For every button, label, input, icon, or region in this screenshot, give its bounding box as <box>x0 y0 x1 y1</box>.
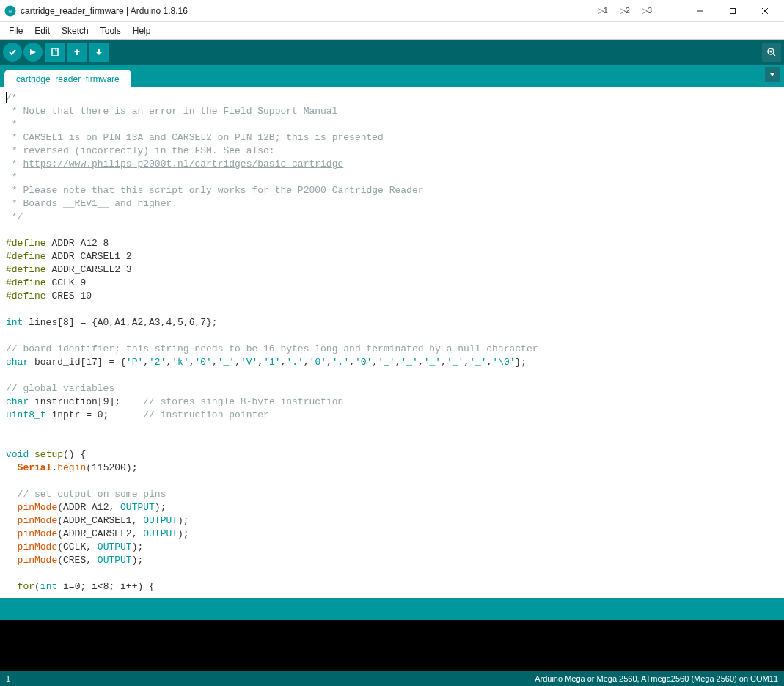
svg-marker-8 <box>74 49 80 55</box>
svg-rect-3 <box>730 8 736 13</box>
footer-bar: 1 Arduino Mega or Mega 2560, ATmega2560 … <box>0 671 784 686</box>
svg-marker-6 <box>30 49 36 55</box>
save-sketch-button[interactable] <box>89 43 109 62</box>
menu-file[interactable]: File <box>3 23 29 38</box>
serial-monitor-button[interactable] <box>762 43 781 62</box>
minimize-button[interactable] <box>684 1 717 21</box>
debug-3-icon[interactable]: ▷3 <box>639 4 655 17</box>
close-button[interactable] <box>749 1 781 21</box>
editor-area: /* * Note that there is an error in the … <box>0 87 784 598</box>
output-console[interactable] <box>0 620 784 671</box>
upload-button[interactable] <box>23 43 43 62</box>
verify-button[interactable] <box>3 43 22 62</box>
open-sketch-button[interactable] <box>67 43 87 62</box>
board-info: Arduino Mega or Mega 2560, ATmega2560 (M… <box>535 674 778 683</box>
tab-label: cartridge_reader_firmware <box>16 74 120 84</box>
menu-help[interactable]: Help <box>127 23 157 38</box>
svg-line-11 <box>773 54 775 56</box>
toolbar <box>0 40 784 65</box>
title-bar: ∞ cartridge_reader_firmware | Arduino 1.… <box>0 0 784 22</box>
debug-1-icon[interactable]: ▷1 <box>595 4 611 17</box>
text-caret <box>6 92 7 103</box>
tab-sketch[interactable]: cartridge_reader_firmware <box>4 70 131 89</box>
debug-icons: ▷1 ▷2 ▷3 <box>595 4 655 17</box>
status-bar <box>0 598 784 620</box>
menu-sketch[interactable]: Sketch <box>56 23 95 38</box>
new-sketch-button[interactable] <box>45 43 65 62</box>
svg-rect-7 <box>52 48 58 56</box>
svg-text:∞: ∞ <box>9 9 12 14</box>
svg-marker-9 <box>96 49 102 55</box>
menu-tools[interactable]: Tools <box>95 23 127 38</box>
line-number: 1 <box>6 674 535 683</box>
arduino-logo-icon: ∞ <box>4 5 16 17</box>
menu-edit[interactable]: Edit <box>29 23 56 38</box>
tab-menu-button[interactable] <box>765 67 780 82</box>
svg-point-12 <box>770 51 772 53</box>
debug-2-icon[interactable]: ▷2 <box>617 4 633 17</box>
maximize-button[interactable] <box>717 1 749 21</box>
svg-marker-13 <box>770 73 774 76</box>
code-editor[interactable]: /* * Note that there is an error in the … <box>0 87 784 598</box>
menu-bar: File Edit Sketch Tools Help <box>0 22 784 40</box>
window-title: cartridge_reader_firmware | Arduino 1.8.… <box>21 6 595 16</box>
tab-strip: cartridge_reader_firmware <box>0 65 784 87</box>
